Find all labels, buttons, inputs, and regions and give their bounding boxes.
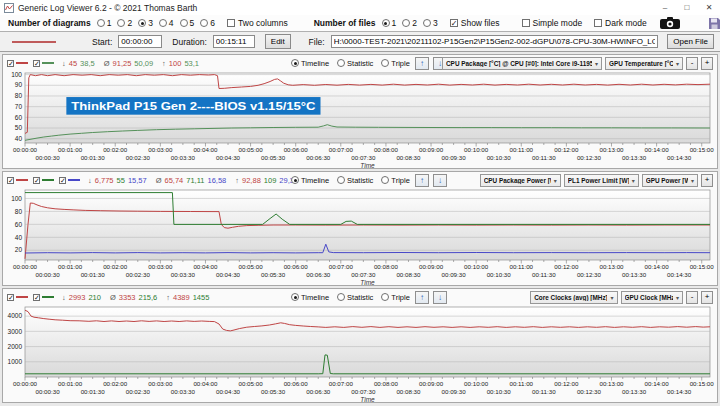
maximize-button[interactable]: □ (676, 0, 698, 15)
diagrams-option-4[interactable]: 4 (159, 18, 174, 28)
series-color-swatch (68, 179, 80, 181)
series-checkbox-cpu-package-c[interactable]: ✓ (7, 60, 28, 67)
view-option-statistic[interactable]: Statistic (337, 59, 373, 68)
start-input[interactable] (118, 35, 162, 48)
series-color-swatch (42, 62, 54, 64)
annotation-label: ThinkPad P15 Gen 2----BIOS v1.15/15°C (66, 97, 320, 115)
diagrams-option-2[interactable]: 2 (117, 18, 132, 28)
series-checkbox-box[interactable]: ✓ (33, 177, 40, 184)
series-checkbox-box[interactable]: ✓ (7, 60, 14, 67)
stat-min-value: 38,5 (80, 59, 95, 68)
move-diagram-up-button[interactable]: ↑ (415, 291, 429, 304)
svg-text:00:01:30: 00:01:30 (81, 388, 106, 395)
view-option-timeline[interactable]: Timeline (291, 59, 329, 68)
view-option-timeline[interactable]: Timeline (291, 293, 329, 302)
screenshot-button[interactable] (659, 16, 681, 30)
radio-dot-icon (337, 293, 345, 301)
move-diagram-down-button[interactable]: ↓ (433, 291, 447, 304)
metric-dropdown-core-clocks-avg-mhz[interactable]: Core Clocks (avg) [MHz]▾ (530, 291, 617, 304)
diagrams-option-1[interactable]: 1 (97, 18, 112, 28)
radio-dot-icon (381, 59, 389, 67)
svg-text:00:09:00: 00:09:00 (419, 146, 444, 153)
series-checkbox-gpu-power-w[interactable]: ✓ (59, 177, 80, 184)
two-columns-checkbox[interactable]: Two columns (227, 18, 288, 28)
svg-text:Time: Time (360, 396, 375, 403)
dark-mode-checkbox-box[interactable] (594, 19, 602, 27)
two-columns-checkbox-box[interactable] (227, 19, 235, 27)
svg-text:00:00:00: 00:00:00 (13, 380, 38, 387)
svg-text:00:06:00: 00:06:00 (284, 263, 309, 270)
metric-dropdown-cpu-package-power-w[interactable]: CPU Package Power [W]▾ (480, 174, 561, 187)
svg-text:00:12:30: 00:12:30 (577, 388, 602, 395)
duration-input[interactable] (213, 35, 255, 48)
simple-mode-checkbox[interactable]: Simple mode (522, 18, 583, 28)
view-option-timeline[interactable]: Timeline (291, 176, 329, 185)
add-metric-button[interactable]: + (701, 57, 713, 70)
stat-max-symbol: ↑ (166, 293, 170, 302)
add-metric-button[interactable]: + (701, 174, 713, 187)
edit-button[interactable]: Edit (265, 34, 291, 49)
svg-text:00:00:00: 00:00:00 (13, 263, 38, 270)
diagrams-option-6[interactable]: 6 (200, 18, 215, 28)
stat-group-min: ↓6,7755515,57 (88, 176, 147, 185)
save-button[interactable] (708, 17, 720, 30)
view-option-triple[interactable]: Triple (381, 176, 409, 185)
radio-dot-icon (97, 19, 105, 27)
radio-dot-icon (117, 19, 125, 27)
open-file-button[interactable]: Open File (667, 34, 714, 49)
series-color-swatch (16, 179, 28, 181)
add-metric-button[interactable]: + (701, 291, 713, 304)
diagrams-option-5[interactable]: 5 (180, 18, 195, 28)
series-checkbox-box[interactable]: ✓ (7, 294, 14, 301)
diagrams-option-3[interactable]: 3 (138, 18, 153, 28)
metric-dropdown-gpu-power-w[interactable]: GPU Power [W]▾ (642, 174, 698, 187)
move-diagram-down-button[interactable]: ↓ (433, 174, 447, 187)
view-option-triple[interactable]: Triple (381, 293, 409, 302)
remove-metric-button[interactable]: - (686, 57, 698, 70)
svg-text:00:08:30: 00:08:30 (396, 388, 421, 395)
view-option-statistic[interactable]: Statistic (337, 176, 373, 185)
files-option-3[interactable]: 3 (423, 18, 438, 28)
remove-metric-button[interactable]: - (686, 291, 698, 304)
svg-text:80: 80 (15, 92, 23, 99)
series-checkbox-box[interactable]: ✓ (7, 177, 14, 184)
svg-text:00:09:30: 00:09:30 (442, 388, 467, 395)
view-option-triple[interactable]: Triple (381, 59, 409, 68)
stat-max-value: 53,1 (184, 59, 199, 68)
radio-dot-icon (423, 19, 431, 27)
files-option-label: 2 (412, 18, 417, 28)
metric-dropdown-gpu-temperature-c[interactable]: GPU Temperature [°C]▾ (605, 57, 683, 70)
series-color-swatch (42, 296, 54, 298)
file-label: File: (309, 37, 325, 47)
stat-min-value: 2993 (69, 293, 86, 302)
chevron-down-icon: ▾ (676, 294, 679, 301)
series-checkbox-core-clocks-avg-mhz[interactable]: ✓ (7, 294, 28, 301)
close-button[interactable]: ✕ (698, 0, 720, 15)
radio-dot-icon (291, 293, 299, 301)
show-files-checkbox-box[interactable]: ✓ (450, 19, 458, 27)
move-diagram-up-button[interactable]: ↑ (415, 174, 429, 187)
move-diagram-up-button[interactable]: ↑ (415, 57, 429, 70)
show-files-checkbox[interactable]: ✓ Show files (450, 18, 500, 28)
metric-dropdown-gpu-clock-mhz[interactable]: GPU Clock [MHz]▾ (621, 291, 684, 304)
simple-mode-checkbox-box[interactable] (522, 19, 530, 27)
files-option-2[interactable]: 2 (402, 18, 417, 28)
stat-avg-value: 91,25 (113, 59, 132, 68)
view-option-statistic[interactable]: Statistic (337, 293, 373, 302)
metric-dropdown-pl1-power-limit-w[interactable]: PL1 Power Limit [W]▾ (564, 174, 639, 187)
file-path-input[interactable] (331, 35, 659, 48)
series-checkbox-pl1-power-limit-w[interactable]: ✓ (33, 177, 54, 184)
series-checkbox-box[interactable]: ✓ (59, 177, 66, 184)
view-option-label: Triple (391, 293, 409, 302)
series-checkbox-gpu-clock-mhz[interactable]: ✓ (33, 294, 54, 301)
series-checkbox-box[interactable]: ✓ (33, 294, 40, 301)
svg-text:00:10:00: 00:10:00 (464, 263, 489, 270)
series-checkbox-box[interactable]: ✓ (33, 60, 40, 67)
series-checkbox-cpu-package-power-w[interactable]: ✓ (7, 177, 28, 184)
files-option-1[interactable]: 1 (382, 18, 397, 28)
minimize-button[interactable]: – (654, 0, 676, 15)
metric-dropdown-cpu-package-c-cpu-0-intel-core-i9-11950h-dts[interactable]: CPU Package [°C] @ CPU [#0]: Intel Core … (442, 57, 602, 70)
svg-text:00:09:00: 00:09:00 (419, 263, 444, 270)
dark-mode-checkbox[interactable]: Dark mode (594, 18, 647, 28)
series-checkbox-gpu-temperature-c[interactable]: ✓ (33, 60, 54, 67)
